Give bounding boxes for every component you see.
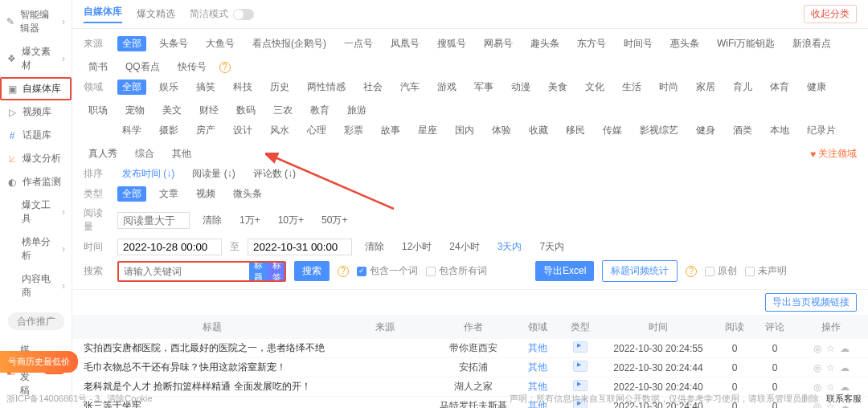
chip[interactable]: 体验 [487,123,516,138]
table-row[interactable]: 实拍西安唐都医院，西北最好的医院之一，患者络绎不绝 带你逛西安 其他 2022-… [72,339,868,358]
check-include-one[interactable]: 包含一个词 [357,264,418,278]
chip[interactable]: 心理 [302,123,331,138]
cloud-icon[interactable]: ☁ [840,362,850,373]
reads-opt[interactable]: 50万+ [317,213,352,228]
time-opt[interactable]: 3天内 [493,239,527,255]
chip[interactable]: 职场 [84,103,113,118]
chip[interactable]: QQ看点 [121,59,165,75]
type-opt[interactable]: 微头条 [228,186,267,202]
chip[interactable]: 房产 [191,123,220,138]
chip[interactable]: 时间号 [619,36,657,51]
help-icon[interactable]: ? [219,62,231,73]
chip[interactable]: 财经 [194,103,223,118]
tab-library[interactable]: 自媒体库 [84,5,122,23]
contact-link[interactable]: 联系客服 [826,394,862,403]
time-opt[interactable]: 24小时 [444,239,484,255]
chip[interactable]: 历史 [265,80,294,95]
chip[interactable]: 东方号 [572,36,611,51]
chip[interactable]: 游戏 [432,80,461,95]
help-icon[interactable]: ? [338,266,349,277]
chip[interactable]: 搞笑 [191,80,220,95]
sort-opt[interactable]: 阅读量 (↓) [187,166,240,182]
chip[interactable]: 凤凰号 [386,36,424,51]
view-icon[interactable]: ◎ [813,381,821,393]
focus-link[interactable]: ♥关注领域 [810,147,857,161]
export-video-links[interactable]: 导出当页视频链接 [765,293,857,312]
chip[interactable]: 大鱼号 [201,36,240,51]
sidebar-item[interactable]: 内容电商› [0,267,72,304]
chip[interactable]: 收藏 [524,123,553,138]
chip[interactable]: 头条号 [154,36,193,51]
search-input[interactable] [119,263,249,280]
check-original[interactable]: 原创 [705,264,737,278]
chip[interactable]: 摄影 [154,123,183,138]
table-row[interactable]: 毛巾衣物总不干还有异味？快用这款浴室新宠！ 安拓浦 其他 2022-10-30 … [72,358,868,377]
chip-all[interactable]: 全部 [117,36,146,51]
sidebar-item[interactable]: ✎智能编辑器› [0,3,72,40]
chip[interactable]: 新浪看点 [788,36,836,51]
chip-all[interactable]: 全部 [117,186,146,202]
view-icon[interactable]: ◎ [813,362,821,373]
star-icon[interactable]: ☆ [826,362,835,373]
view-icon[interactable]: ◎ [813,343,821,354]
clear-link[interactable]: 清除 [198,213,227,228]
collapse-button[interactable]: 收起分类 [804,5,857,23]
sidebar-item[interactable]: ❖爆文素材› [0,40,72,77]
chip[interactable]: 本地 [765,123,794,138]
type-opt[interactable]: 视频 [191,186,220,202]
chip[interactable]: 生活 [617,80,646,95]
chip[interactable]: 体育 [765,80,794,95]
search-tag-label[interactable]: 标签 [268,263,286,280]
chip[interactable]: 传媒 [598,123,627,138]
chip[interactable]: 网易号 [479,36,518,51]
check-include-all[interactable]: 包含所有词 [426,264,487,278]
sidebar-item[interactable]: 爆文工具› [0,194,72,231]
sort-opt[interactable]: 发布时间 (↓) [117,166,179,182]
sidebar-item[interactable]: ▣自媒体库 [0,77,72,100]
simple-mode-toggle[interactable]: 简洁模式 [190,7,254,21]
chip[interactable]: 三农 [268,103,297,118]
chip[interactable]: 两性情感 [302,80,350,95]
chip[interactable]: 纪录片 [802,123,841,138]
stat-button[interactable]: 标题词频统计 [602,260,678,282]
sidebar-item[interactable]: #话题库 [0,124,72,147]
chip[interactable]: WiFi万能钥匙 [712,36,780,51]
chip[interactable]: 其他 [167,146,196,161]
chip[interactable]: 健身 [691,123,720,138]
export-excel-button[interactable]: 导出Excel [535,261,594,281]
chip[interactable]: 快传号 [173,59,211,75]
chip[interactable]: 科技 [228,80,257,95]
chip[interactable]: 育儿 [728,80,757,95]
chip[interactable]: 时尚 [654,80,683,95]
chip[interactable]: 简书 [84,59,113,75]
sidebar-item[interactable]: ⟀爆文分析 [0,147,72,170]
reads-opt[interactable]: 1万+ [235,213,265,228]
chip[interactable]: 国内 [450,123,479,138]
chip[interactable]: 军事 [469,80,498,95]
type-opt[interactable]: 文章 [154,186,183,202]
search-tag-title[interactable]: 标题 [249,263,268,280]
help-icon[interactable]: ? [686,266,697,277]
time-to[interactable] [248,239,352,255]
chip[interactable]: 星座 [413,123,442,138]
chip[interactable]: 故事 [376,123,405,138]
chip[interactable]: 真人秀 [84,146,122,161]
chip[interactable]: 教育 [305,103,334,118]
chip-all[interactable]: 全部 [117,80,146,95]
chip[interactable]: 趣头条 [526,36,564,51]
chip[interactable]: 惠头条 [665,36,704,51]
reads-input[interactable] [117,212,190,229]
chip[interactable]: 汽车 [395,80,424,95]
promo-button[interactable]: 合作推广 [8,312,64,330]
chip[interactable]: 搜狐号 [432,36,471,51]
chip[interactable]: 影视综艺 [635,123,683,138]
chip[interactable]: 健康 [802,80,831,95]
chip[interactable]: 社会 [358,80,387,95]
clear-link[interactable]: 清除 [360,239,389,255]
history-badge[interactable]: 号商历史最低价 [0,351,78,373]
tab-featured[interactable]: 爆文精选 [137,7,175,21]
star-icon[interactable]: ☆ [826,381,835,393]
check-undeclared[interactable]: 未声明 [745,264,787,278]
chip[interactable]: 家居 [691,80,720,95]
chip[interactable]: 一点号 [339,36,378,51]
